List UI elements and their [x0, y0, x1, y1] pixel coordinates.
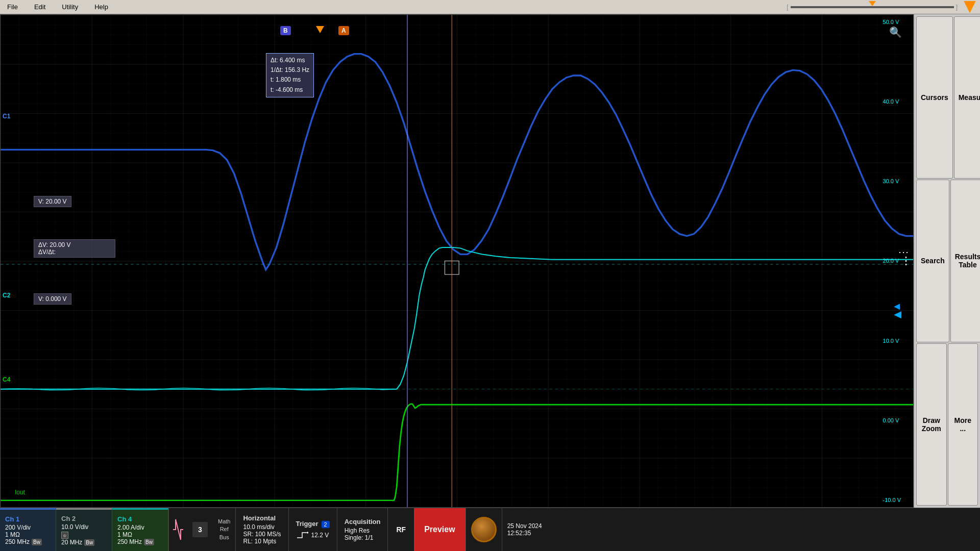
- y-axis-labels: 50.0 V 40.0 V 30.0 V 20.0 V 10.0 V 0.00 …: [881, 15, 903, 507]
- ch4-title: Ch 4: [117, 515, 163, 523]
- t2-value: t: -4.600 ms: [271, 85, 309, 95]
- search-button[interactable]: Search: [916, 180, 949, 342]
- ch4-label: C4: [3, 376, 10, 383]
- bus-label: Bus: [218, 534, 230, 541]
- svg-marker-10: [307, 532, 308, 534]
- y-label-30: 30.0 V: [883, 178, 901, 184]
- y-label-20: 20.0 V: [883, 258, 901, 264]
- voltage-meas-1: V: 20.00 V: [34, 196, 71, 207]
- main-content: ⋮ ◄ C1 C2 C4 Iout B A Δt: 6.400 ms 1/Δt:…: [0, 14, 980, 508]
- pink-indicator: [168, 508, 187, 551]
- acq-detail: Single: 1/1: [345, 534, 381, 541]
- datetime-info: 25 Nov 2024 12:52:35: [502, 508, 547, 551]
- horizontal-info[interactable]: Horizontal 10.0 ms/div SR: 100 MS/s RL: …: [235, 508, 288, 551]
- delta-v-meas: ΔV: 20.00 V ΔV/Δt:: [34, 239, 115, 258]
- acq-mode: High Res: [345, 527, 381, 534]
- y-label-50: 50.0 V: [883, 19, 901, 25]
- ch1-label: C1: [3, 113, 10, 120]
- ch2-bandwidth: 20 MHz: [61, 539, 82, 546]
- acquisition-info[interactable]: Acquisition High Res Single: 1/1: [337, 508, 388, 551]
- trigger-level: 12.2 V: [311, 532, 329, 539]
- waveform-svg: ⋮ ◄: [1, 15, 913, 507]
- math-ref-bus[interactable]: Math Ref Bus: [213, 508, 235, 551]
- display-menu-dots[interactable]: ⋮: [898, 247, 910, 255]
- y-label-40: 40.0 V: [883, 98, 901, 105]
- cursors-button[interactable]: Cursors: [916, 16, 953, 179]
- ch2-label: C2: [3, 292, 10, 299]
- iout-label: Iout: [15, 489, 25, 496]
- ch4-info[interactable]: Ch 4 2.00 A/div 1 MΩ 250 MHz Bw: [112, 508, 168, 551]
- ch1-impedance: 1 MΩ: [5, 531, 51, 538]
- ch4-bandwidth: 250 MHz: [117, 538, 142, 545]
- menu-file[interactable]: File: [4, 2, 21, 12]
- preview-button[interactable]: Preview: [414, 508, 465, 551]
- trigger-slope-icon: [296, 531, 308, 540]
- ch1-bandwidth: 250 MHz: [5, 538, 30, 545]
- date-display: 25 Nov 2024: [507, 522, 542, 530]
- ch2-title: Ch 2: [61, 515, 107, 522]
- ch1-info[interactable]: Ch 1 200 V/div 1 MΩ 250 MHz Bw: [0, 508, 56, 551]
- ch2-info[interactable]: Ch 2 10.0 V/div ⊕ 20 MHz Bw: [56, 508, 112, 551]
- trigger-title: Trigger: [296, 520, 318, 528]
- waveform-number: 3: [192, 522, 208, 537]
- y-label-0: 0.00 V: [883, 417, 901, 423]
- measure-button[interactable]: Measure: [954, 16, 980, 179]
- ch1-title: Ch 1: [5, 515, 51, 523]
- ch2-probe-icon: ⊕: [61, 532, 68, 539]
- right-panel: Cursors Measure Search Results Table Dra…: [914, 14, 980, 508]
- trigger-num: 2: [322, 521, 330, 528]
- trigger-area: [ ]: [787, 1, 976, 13]
- cursor-info-box: Δt: 6.400 ms 1/Δt: 156.3 Hz t: 1.800 ms …: [266, 53, 314, 97]
- ch4-impedance: 1 MΩ: [117, 531, 163, 538]
- knob-area: [465, 508, 502, 551]
- scope-display[interactable]: ⋮ ◄ C1 C2 C4 Iout B A Δt: 6.400 ms 1/Δt:…: [0, 14, 914, 508]
- time-display: 12:52:35: [507, 530, 542, 537]
- ch4-vdiv: 2.00 A/div: [117, 524, 163, 531]
- menu-help[interactable]: Help: [91, 2, 111, 12]
- trigger-info[interactable]: Trigger 2 12.2 V: [288, 508, 337, 551]
- horiz-title: Horizontal: [243, 514, 281, 522]
- delta-t: Δt: 6.400 ms: [271, 56, 309, 65]
- menu-edit[interactable]: Edit: [31, 2, 48, 12]
- horiz-time-div: 10.0 ms/div: [243, 523, 281, 531]
- ch2-bw-icon: Bw: [84, 539, 94, 546]
- y-label-10: 10.0 V: [883, 338, 901, 344]
- ref-label: Ref: [218, 525, 230, 533]
- panel-row-2: Search Results Table: [916, 180, 978, 342]
- y-label-neg10: -10.0 V: [883, 497, 901, 503]
- menu-utility[interactable]: Utility: [59, 2, 81, 12]
- math-label: Math: [218, 518, 230, 525]
- ch1-vdiv: 200 V/div: [5, 524, 51, 531]
- voltage-meas-2: V: 0.000 V: [34, 293, 71, 305]
- cursor-a-marker[interactable]: A: [338, 26, 349, 35]
- horiz-sr: SR: 100 MS/s: [243, 531, 281, 538]
- ch1-bw-icon: Bw: [32, 539, 42, 545]
- cursor-b-marker[interactable]: B: [280, 26, 291, 35]
- rf-button[interactable]: RF: [387, 508, 414, 551]
- bottom-bar: Ch 1 200 V/div 1 MΩ 250 MHz Bw Ch 2 10.0…: [0, 508, 980, 551]
- menu-bar: File Edit Utility Help [ ]: [0, 0, 980, 14]
- t1-value: t: 1.800 ms: [271, 75, 309, 85]
- trigger-marker-display: [316, 26, 324, 33]
- results-table-button[interactable]: Results Table: [950, 180, 980, 342]
- more-button[interactable]: More ...: [948, 343, 978, 506]
- ch4-bw-icon: Bw: [144, 539, 154, 545]
- ch2-vdiv: 10.0 V/div: [61, 523, 107, 531]
- zoom-icon[interactable]: 🔍: [889, 26, 902, 38]
- horiz-rl: RL: 10 Mpts: [243, 538, 281, 545]
- draw-zoom-button[interactable]: Draw Zoom: [916, 343, 947, 506]
- arrow-indicator[interactable]: ◄: [892, 300, 902, 312]
- panel-row-1: Cursors Measure: [916, 16, 978, 179]
- inv-delta-t: 1/Δt: 156.3 Hz: [271, 65, 309, 75]
- panel-row-3: Draw Zoom More ...: [916, 343, 978, 506]
- acq-title: Acquisition: [345, 518, 381, 525]
